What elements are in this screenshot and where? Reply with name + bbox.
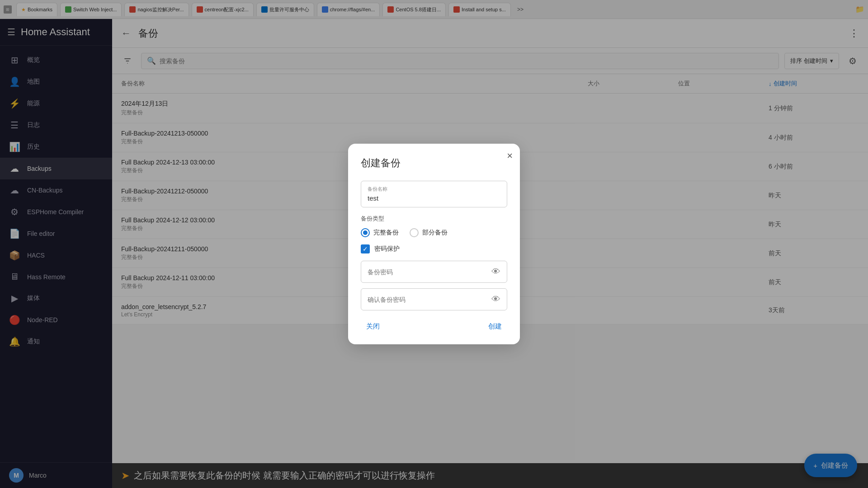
create-backup-modal: 创建备份 × 备份名称 备份类型 完整备份 部分备份 ✓ 密码保护 [348, 144, 520, 344]
password-checkbox-row: ✓ 密码保护 [361, 244, 507, 253]
backup-name-field[interactable]: 备份名称 [361, 181, 507, 207]
modal-actions: 关闭 创建 [361, 319, 507, 333]
backup-name-label: 备份名称 [368, 186, 500, 192]
backup-type-group: 完整备份 部分备份 [361, 228, 507, 237]
backup-password-field[interactable]: 👁 [361, 261, 507, 283]
confirm-password-field[interactable]: 👁 [361, 288, 507, 310]
radio-partial [410, 228, 419, 237]
password-checkbox-label: 密码保护 [374, 245, 400, 253]
backup-type-label: 备份类型 [361, 215, 507, 223]
checkmark-icon: ✓ [363, 245, 368, 253]
cancel-button[interactable]: 关闭 [361, 319, 385, 333]
backup-password-input[interactable] [368, 268, 491, 276]
backup-name-input[interactable] [368, 194, 500, 202]
create-button[interactable]: 创建 [483, 319, 507, 333]
confirm-eye-icon[interactable]: 👁 [491, 294, 500, 305]
radio-full-checked [361, 228, 370, 237]
option-full-backup[interactable]: 完整备份 [361, 228, 399, 237]
modal-close-button[interactable]: × [507, 151, 513, 161]
eye-icon[interactable]: 👁 [491, 267, 500, 277]
modal-overlay[interactable]: 创建备份 × 备份名称 备份类型 完整备份 部分备份 ✓ 密码保护 [0, 0, 868, 488]
option-partial-backup[interactable]: 部分备份 [410, 228, 448, 237]
modal-title: 创建备份 [361, 156, 507, 170]
password-checkbox[interactable]: ✓ [361, 244, 370, 253]
confirm-password-input[interactable] [368, 296, 491, 303]
